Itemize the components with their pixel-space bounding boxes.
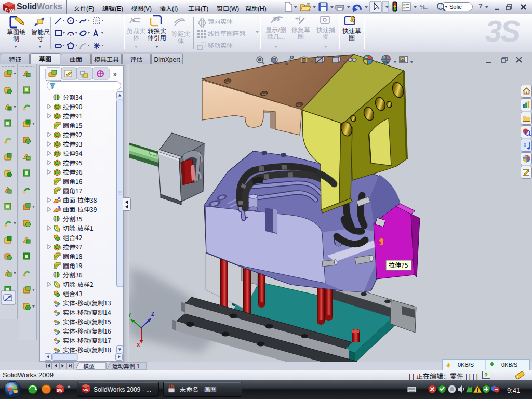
svg-text:+/: +/ (295, 15, 301, 22)
svg-text:⅍..: ⅍.. (419, 4, 428, 10)
svg-text:0KB/S: 0KB/S (458, 362, 474, 368)
svg-text:»: » (68, 384, 71, 390)
svg-text:模型: 模型 (83, 362, 95, 370)
svg-text:S: S (5, 7, 8, 12)
svg-text:W: W (9, 8, 14, 13)
svg-text:X: X (137, 342, 140, 348)
svg-text:0KB/S: 0KB/S (501, 362, 517, 368)
svg-text:»: » (113, 71, 117, 78)
svg-text:?: ? (484, 372, 488, 378)
svg-text:SW: SW (57, 389, 63, 392)
svg-text:运动算例 1: 运动算例 1 (112, 362, 140, 370)
svg-text:Y: Y (129, 312, 131, 318)
svg-text:96: 96 (273, 16, 280, 22)
svg-text:Z: Z (151, 311, 154, 317)
svg-text:SW: SW (83, 388, 89, 392)
svg-text:拉伸75: 拉伸75 (389, 260, 408, 269)
